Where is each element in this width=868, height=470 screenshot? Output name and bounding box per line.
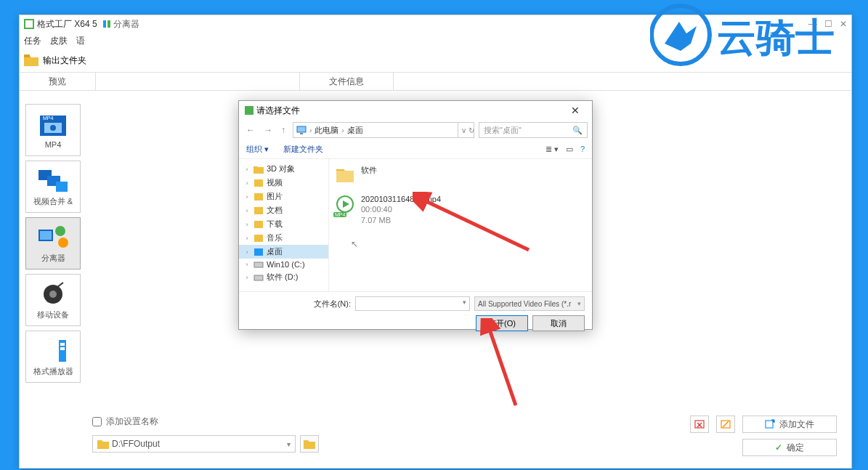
- app-icon: [24, 19, 34, 29]
- remove-file-button[interactable]: [690, 416, 709, 433]
- app-title: 格式工厂 X64 5: [37, 18, 97, 31]
- tab-preview[interactable]: 预览: [20, 73, 96, 90]
- up-button[interactable]: ↑: [278, 123, 288, 137]
- svg-rect-35: [254, 262, 263, 267]
- filter-text: All Supported Video Files (*.r: [478, 300, 571, 308]
- titlebar: 格式工厂 X64 5 分离器 — ☐ ✕: [20, 15, 851, 33]
- cancel-button[interactable]: 取消: [532, 315, 585, 331]
- menubar: 任务 皮肤 语: [20, 33, 851, 49]
- ok-button[interactable]: ✓ 确定: [742, 439, 837, 456]
- open-button[interactable]: 打开(O): [476, 315, 528, 331]
- svg-rect-29: [254, 179, 263, 187]
- ok-label: 确定: [787, 442, 804, 454]
- chevron-right-icon: ›: [309, 126, 312, 134]
- tree-item-3d[interactable]: ›3D 对象: [239, 162, 328, 176]
- view-options-button[interactable]: ≣ ▾: [545, 145, 559, 154]
- tile-mp4[interactable]: MP4 MP4: [25, 104, 81, 156]
- separator-icon: [102, 19, 112, 29]
- video-size: 7.07 MB: [361, 215, 441, 225]
- menu-skin[interactable]: 皮肤: [50, 35, 68, 47]
- tree-item-desktop[interactable]: ›桌面: [239, 245, 328, 259]
- search-input[interactable]: 搜索"桌面" 🔍: [479, 122, 588, 138]
- breadcrumb-desktop[interactable]: 桌面: [347, 125, 363, 136]
- tile-label: 移动设备: [37, 309, 69, 320]
- dialog-bottom: 文件名(N): ▾ All Supported Video Files (*.r…: [239, 291, 592, 331]
- toolbar: 输出文件夹: [20, 49, 851, 72]
- menu-task[interactable]: 任务: [24, 35, 41, 47]
- svg-point-17: [58, 238, 68, 248]
- chevron-down-icon: ▾: [287, 440, 291, 448]
- tile-separator[interactable]: 分离器: [25, 217, 81, 270]
- folder-tree: ›3D 对象 ›视频 ›图片 ›文档 ›下载 ›音乐 ›桌面 ›Win10 (C…: [239, 159, 329, 291]
- svg-rect-6: [24, 54, 30, 57]
- menu-lang[interactable]: 语: [76, 35, 85, 47]
- svg-rect-25: [766, 421, 773, 428]
- pc-icon: [296, 126, 307, 134]
- tile-mobile[interactable]: 移动设备: [25, 274, 81, 326]
- svg-point-19: [49, 291, 57, 298]
- dialog-nav: ← → ↑ › 此电脑 › 桌面 ∨ ↻ 搜索"桌面" 🔍: [239, 120, 592, 140]
- add-settings-checkbox[interactable]: [92, 417, 102, 426]
- folder-icon: [24, 54, 38, 66]
- help-button[interactable]: ?: [580, 145, 585, 154]
- organize-menu[interactable]: 组织 ▾: [246, 144, 269, 155]
- clear-button[interactable]: [716, 416, 735, 433]
- back-button[interactable]: ←: [243, 123, 258, 137]
- svg-rect-21: [60, 343, 65, 346]
- tree-item-drive-d[interactable]: ›软件 (D:): [239, 270, 328, 284]
- tree-item-pictures[interactable]: ›图片: [239, 190, 328, 203]
- tree-item-drive-c[interactable]: ›Win10 (C:): [239, 259, 328, 270]
- filename-label: 文件名(N):: [314, 299, 351, 309]
- svg-point-16: [55, 226, 65, 236]
- video-file-item[interactable]: MP4 20201031164822.mp4 00:00:40 7.07 MB: [335, 194, 586, 225]
- folder-icon: [304, 439, 315, 449]
- file-list: 软件 MP4 20201031164822.mp4 00:00:40 7.07 …: [329, 159, 592, 291]
- tab-fileinfo[interactable]: 文件信息: [299, 73, 394, 90]
- right-actions: 添加文件: [690, 416, 837, 433]
- filename-input[interactable]: ▾: [355, 296, 470, 311]
- tile-player[interactable]: 格式播放器: [25, 331, 81, 383]
- tree-item-music[interactable]: ›音乐: [239, 231, 328, 245]
- breadcrumb-pc[interactable]: 此电脑: [315, 125, 338, 136]
- preview-pane-button[interactable]: ▭: [566, 145, 573, 154]
- tree-item-downloads[interactable]: ›下载: [239, 217, 328, 231]
- forward-button[interactable]: →: [261, 123, 275, 137]
- nav-arrows: ← → ↑: [243, 123, 288, 137]
- dialog-toolbar: 组织 ▾ 新建文件夹 ≣ ▾ ▭ ?: [239, 140, 592, 159]
- refresh-button[interactable]: ∨ ↻: [458, 122, 474, 138]
- dialog-titlebar: 请选择文件 ✕: [239, 101, 592, 120]
- new-folder-button[interactable]: 新建文件夹: [283, 144, 323, 155]
- add-file-label: 添加文件: [779, 418, 814, 431]
- breadcrumb[interactable]: › 此电脑 › 桌面: [293, 122, 458, 138]
- chevron-down-icon: ▾: [463, 299, 466, 306]
- window-controls[interactable]: — ☐ ✕: [808, 19, 847, 29]
- tree-item-documents[interactable]: ›文档: [239, 203, 328, 217]
- dialog-icon: [245, 106, 253, 115]
- filter-combo[interactable]: All Supported Video Files (*.r ▾: [474, 296, 585, 311]
- svg-point-10: [50, 125, 56, 131]
- tabs-row: 预览 文件信息: [20, 72, 851, 91]
- video-filename: 20201031164822.mp4: [361, 194, 441, 204]
- path-row: D:\FFOutput ▾: [92, 435, 837, 453]
- bottom-bar: 添加设置名称 D:\FFOutput ▾ 添加文件: [92, 416, 837, 459]
- svg-rect-3: [25, 20, 33, 28]
- file-open-dialog: 请选择文件 ✕ ← → ↑ › 此电脑 › 桌面 ∨ ↻ 搜索"桌面" 🔍 组织…: [238, 100, 593, 330]
- tree-item-video[interactable]: ›视频: [239, 176, 328, 190]
- ok-row: ✓ 确定: [742, 439, 837, 456]
- browse-button[interactable]: [300, 435, 319, 453]
- dialog-body: ›3D 对象 ›视频 ›图片 ›文档 ›下载 ›音乐 ›桌面 ›Win10 (C…: [239, 159, 592, 291]
- cursor-icon: ↖: [351, 239, 358, 249]
- search-placeholder: 搜索"桌面": [484, 125, 522, 136]
- folder-icon: [97, 439, 109, 449]
- tile-merge[interactable]: 视频合并 &: [25, 161, 81, 213]
- tile-label: MP4: [45, 140, 62, 149]
- add-file-button[interactable]: 添加文件: [742, 416, 837, 433]
- tile-label: 格式播放器: [33, 366, 73, 377]
- svg-rect-31: [254, 207, 263, 214]
- output-path-combo[interactable]: D:\FFOutput ▾: [92, 435, 296, 453]
- svg-rect-15: [40, 231, 52, 240]
- close-button[interactable]: ✕: [564, 103, 586, 118]
- mp4-badge: MP4: [333, 212, 346, 217]
- svg-rect-22: [60, 347, 65, 350]
- folder-item[interactable]: 软件: [335, 165, 586, 185]
